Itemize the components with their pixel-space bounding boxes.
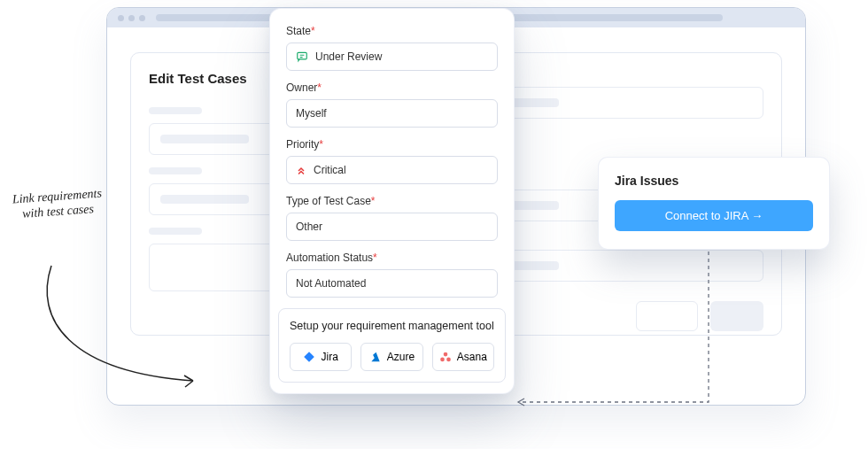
test-case-form: State* Under Review Owner* Myself Priori… [270, 9, 514, 393]
owner-label: Owner* [286, 81, 498, 94]
jira-issues-popover: Jira Issues Connect to JIRA → [599, 158, 829, 249]
setup-requirement-tool: Setup your requirement management tool J… [278, 308, 506, 383]
priority-value: Critical [314, 164, 346, 176]
automation-field[interactable]: Not Automated [286, 269, 498, 298]
automation-label: Automation Status* [286, 252, 498, 264]
svg-point-1 [443, 352, 447, 357]
priority-critical-icon [296, 165, 306, 175]
priority-field[interactable]: Critical [286, 156, 498, 184]
tool-asana[interactable]: Asana [432, 343, 494, 371]
owner-field[interactable]: Myself [286, 99, 498, 128]
jira-icon [303, 351, 315, 363]
tool-azure[interactable]: Azure [360, 343, 422, 371]
svg-point-2 [440, 358, 445, 362]
asana-icon [439, 351, 452, 363]
annotation-text: Link requirements with test cases [8, 186, 107, 222]
svg-rect-0 [298, 52, 307, 59]
message-icon [296, 50, 308, 63]
jira-popover-title: Jira Issues [615, 174, 813, 188]
tool-jira[interactable]: Jira [290, 343, 352, 371]
svg-point-3 [446, 358, 451, 362]
type-field[interactable]: Other [286, 213, 498, 241]
state-value: Under Review [315, 50, 382, 63]
azure-icon [369, 351, 382, 363]
setup-label: Setup your requirement management tool [290, 320, 494, 332]
priority-label: Priority* [286, 138, 498, 151]
type-value: Other [296, 221, 322, 233]
state-field[interactable]: Under Review [286, 43, 498, 71]
type-label: Type of Test Case* [286, 195, 498, 207]
state-label: State* [286, 25, 498, 37]
window-controls [118, 15, 145, 21]
owner-value: Myself [296, 107, 327, 120]
automation-value: Not Automated [296, 277, 366, 290]
connect-to-jira-button[interactable]: Connect to JIRA → [615, 200, 813, 231]
